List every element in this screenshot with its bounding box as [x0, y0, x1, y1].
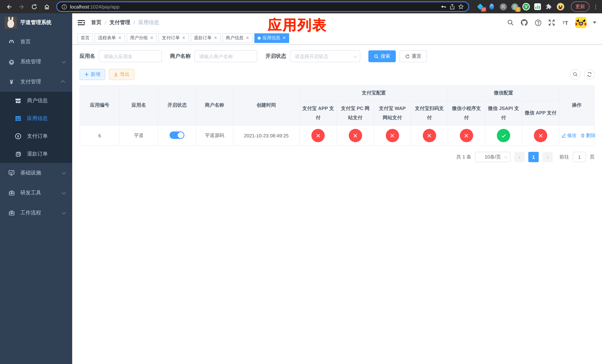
extension-diamond-icon[interactable]: 10: [476, 3, 484, 10]
sidebar: 芋道管理系统 首页系统管理¥支付管理商户信息应用信息¥支付订单退款订单基础设施研…: [0, 13, 72, 364]
back-icon[interactable]: [4, 1, 14, 12]
url-path: :1024/pay/app: [89, 4, 119, 10]
close-icon[interactable]: ✕: [118, 36, 121, 40]
close-icon[interactable]: ✕: [182, 36, 185, 40]
font-size-icon[interactable]: TT: [562, 19, 569, 26]
cell-app-id: 6: [80, 125, 119, 146]
browser-menu-icon[interactable]: ⋮: [593, 4, 598, 10]
refresh-table-icon[interactable]: [584, 69, 595, 80]
fullscreen-icon[interactable]: [548, 19, 555, 26]
tab-应用信息[interactable]: 应用信息✕: [254, 33, 289, 43]
tab-退款订单[interactable]: 退款订单✕: [191, 33, 220, 43]
cell-alipay-wap-status: [374, 125, 411, 146]
sidebar-item-工作流程[interactable]: 工作流程: [0, 203, 72, 223]
extension-v-icon[interactable]: V: [522, 3, 530, 10]
page-size-select[interactable]: 10条/页: [475, 152, 511, 162]
extension-kite-icon[interactable]: [488, 3, 495, 10]
tab-label: 首页: [81, 35, 90, 41]
close-icon[interactable]: ✕: [214, 36, 217, 40]
tab-label: 用户分组: [130, 35, 148, 41]
extension-badge: 10: [481, 7, 486, 12]
tab-商户信息[interactable]: 商户信息✕: [223, 33, 252, 43]
extension-command-icon[interactable]: ⌘: [499, 3, 507, 10]
col-header-alipay-pc: 支付宝 PC 网站支付: [337, 101, 374, 125]
edit-link[interactable]: 修改: [562, 132, 577, 139]
toggle-search-icon[interactable]: [570, 69, 580, 80]
extension-emoji-icon[interactable]: [557, 3, 564, 10]
tab-用户分组[interactable]: 用户分组✕: [127, 33, 157, 43]
extension-chart-icon[interactable]: [534, 3, 541, 10]
app-name-input[interactable]: [99, 50, 162, 62]
home-icon[interactable]: [42, 1, 52, 12]
chevron-down-icon: [62, 190, 66, 195]
sidebar-collapse-icon[interactable]: [78, 19, 85, 26]
export-button[interactable]: 导出: [109, 69, 134, 80]
prev-page-button[interactable]: ‹: [514, 152, 525, 162]
sidebar-item-研发工具[interactable]: 研发工具: [0, 183, 72, 203]
sidebar-item-label: 退款订单: [27, 151, 48, 157]
help-icon[interactable]: [534, 19, 542, 26]
password-key-icon[interactable]: [441, 4, 447, 10]
sidebar-item-应用信息[interactable]: 应用信息: [0, 110, 72, 127]
site-info-icon[interactable]: [62, 4, 67, 10]
breadcrumb-separator: /: [134, 20, 135, 26]
dashboard-icon: [8, 39, 15, 45]
sidebar-item-支付订单[interactable]: ¥支付订单: [0, 127, 72, 145]
sidebar-item-首页[interactable]: 首页: [0, 32, 72, 52]
sidebar-item-基础设施[interactable]: 基础设施: [0, 163, 72, 183]
close-icon[interactable]: ✕: [282, 36, 286, 40]
goto-page-input[interactable]: [573, 152, 586, 162]
extensions-puzzle-icon[interactable]: [545, 3, 553, 10]
tab-label: 应用信息: [262, 35, 280, 41]
close-icon[interactable]: ✕: [150, 36, 153, 40]
tab-支付订单[interactable]: 支付订单✕: [159, 33, 189, 43]
sidebar-item-退款订单[interactable]: 退款订单: [0, 145, 72, 163]
bookmark-star-icon[interactable]: [458, 4, 464, 10]
merchant-name-input[interactable]: [194, 50, 257, 62]
store-icon: [15, 97, 22, 104]
address-bar[interactable]: localhost:1024/pay/app: [56, 1, 469, 12]
breadcrumb-home[interactable]: 首页: [91, 19, 101, 26]
search-form: 应用名 商户名称 开启状态 搜索 重置: [80, 50, 595, 62]
current-page-button[interactable]: 1: [528, 152, 539, 162]
forward-icon[interactable]: [16, 1, 27, 12]
yen-circle-icon: ¥: [15, 133, 22, 139]
chevron-down-icon: [62, 59, 66, 64]
tab-流程表单[interactable]: 流程表单✕: [95, 33, 125, 43]
status-toggle[interactable]: [170, 131, 184, 139]
col-header-wechat-app: 微信 APP 支付: [522, 101, 559, 125]
logo-rabbit-image: [5, 17, 17, 29]
chevron-down-icon: [504, 155, 507, 158]
share-icon[interactable]: [450, 4, 455, 10]
reset-button[interactable]: 重置: [399, 50, 427, 62]
status-select[interactable]: [290, 50, 360, 62]
close-icon[interactable]: ✕: [246, 36, 249, 40]
sidebar-item-商户信息[interactable]: 商户信息: [0, 92, 72, 110]
col-header-created: 创建时间: [233, 85, 300, 125]
reload-icon[interactable]: [29, 1, 39, 12]
sidebar-item-label: 基础设施: [20, 170, 41, 176]
sidebar-item-系统管理[interactable]: 系统管理: [0, 52, 72, 72]
add-button[interactable]: 新增: [80, 69, 105, 80]
content: 应用名 商户名称 开启状态 搜索 重置: [72, 44, 602, 364]
status-select-input[interactable]: [290, 50, 360, 62]
avatar[interactable]: [575, 17, 586, 28]
delete-link[interactable]: 删除: [580, 132, 596, 139]
breadcrumb-pay[interactable]: 支付管理: [110, 19, 130, 26]
sidebar-item-支付管理[interactable]: ¥支付管理: [0, 72, 72, 92]
col-header-actions: 操作: [559, 85, 594, 125]
disabled-cross-icon: [423, 129, 436, 142]
tab-首页[interactable]: 首页: [77, 33, 93, 43]
tab-label: 退款订单: [194, 35, 212, 41]
header-search-icon[interactable]: [507, 19, 514, 26]
browser-update-button[interactable]: 更新: [571, 1, 589, 12]
github-icon[interactable]: [521, 19, 528, 26]
next-page-button[interactable]: ›: [542, 152, 553, 162]
disabled-cross-icon: [349, 129, 362, 142]
search-button[interactable]: 搜索: [368, 50, 396, 62]
table-row: 6 芋道 芋道源码 2021-10-23 08:49:25: [80, 125, 594, 146]
avatar-caret-icon[interactable]: [593, 21, 596, 24]
cell-wechat-lite-status: [448, 125, 485, 146]
extension-recorder-icon[interactable]: 1: [511, 3, 518, 10]
sidebar-logo[interactable]: 芋道管理系统: [0, 13, 72, 32]
